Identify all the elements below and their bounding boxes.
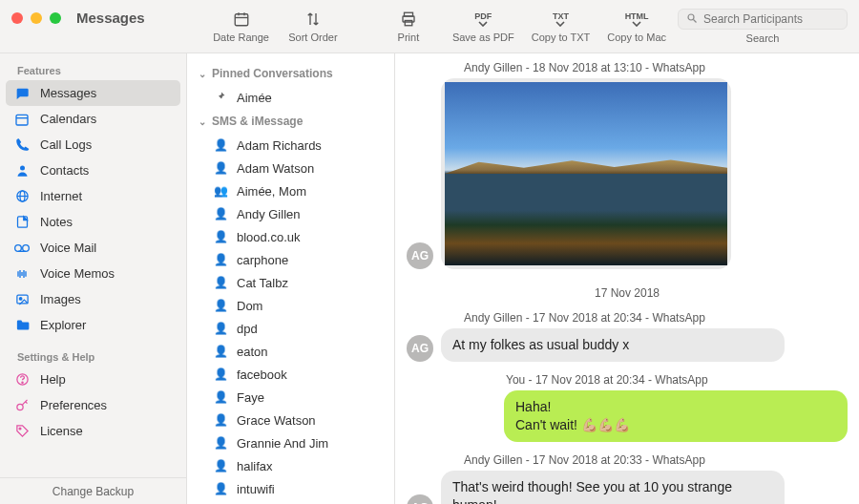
svg-point-29	[21, 382, 22, 383]
convo-item[interactable]: 👤Grace Watson	[187, 409, 394, 431]
convo-item-pinned[interactable]: Aimée	[187, 86, 394, 109]
people-icon: 👥	[214, 184, 227, 198]
convo-item[interactable]: 👤eaton	[187, 340, 394, 363]
pdf-dropdown-icon: PDF	[474, 10, 492, 29]
group-header-pinned[interactable]: ⌄ Pinned Conversations	[187, 61, 394, 86]
copy-html-button[interactable]: HTML Copy to Mac	[607, 10, 666, 43]
convo-item[interactable]: 👤blood.co.uk	[187, 225, 394, 248]
date-range-button[interactable]: Date Range	[213, 10, 269, 43]
search-input[interactable]	[703, 12, 839, 26]
sidebar-item-notes[interactable]: Notes	[0, 209, 186, 235]
sidebar-item-call-logs[interactable]: Call Logs	[0, 132, 186, 158]
printer-icon	[400, 10, 417, 29]
features-header: Features	[0, 61, 186, 80]
sidebar-item-explorer[interactable]: Explorer	[0, 312, 186, 338]
convo-item[interactable]: 👤Andy Gillen	[187, 202, 394, 225]
sidebar-item-voice-mail[interactable]: Voice Mail	[0, 235, 186, 261]
group-label: Pinned Conversations	[212, 67, 333, 80]
convo-item[interactable]: 👤Faye	[187, 386, 394, 409]
calendar-grid-icon	[233, 10, 250, 29]
settings-header: Settings & Help	[0, 347, 186, 367]
message-bubble[interactable]: That's weird though! See you at 10 you s…	[441, 471, 785, 504]
convo-label: dpd	[237, 322, 258, 336]
close-window-button[interactable]	[11, 12, 23, 24]
convo-item[interactable]: 👤Dom	[187, 294, 394, 317]
message-image-bubble[interactable]	[441, 78, 731, 269]
sidebar-item-help[interactable]: Help	[0, 367, 186, 392]
convo-item[interactable]: 👤Adam Richards	[187, 134, 394, 157]
zoom-window-button[interactable]	[50, 12, 61, 24]
message-bubble[interactable]: At my folkes as usual buddy x	[441, 328, 785, 362]
day-divider: 17 Nov 2018	[407, 286, 848, 300]
messages-pane[interactable]: Andy Gillen - 18 Nov 2018 at 13:10 - Wha…	[395, 53, 859, 504]
convo-label: Adam Richards	[237, 138, 322, 153]
person-icon: 👤	[214, 436, 227, 450]
convo-item[interactable]: 👤dpd	[187, 317, 394, 340]
print-button[interactable]: Print	[382, 10, 435, 43]
sidebar-item-messages[interactable]: Messages	[6, 80, 180, 106]
sidebar-item-internet[interactable]: Internet	[0, 183, 186, 209]
pin-icon	[214, 91, 227, 105]
minimize-window-button[interactable]	[31, 12, 42, 24]
phone-icon	[13, 137, 31, 153]
svg-point-11	[20, 166, 25, 171]
search-icon	[686, 12, 698, 27]
save-pdf-button[interactable]: PDF Save as PDF	[452, 10, 514, 43]
key-icon	[13, 398, 31, 413]
search-box[interactable]	[678, 9, 848, 30]
change-backup-button[interactable]: Change Backup	[0, 477, 186, 504]
message-bubble-outgoing[interactable]: Haha! Can't wait! 💪🏼💪🏼💪🏼	[504, 390, 848, 442]
sidebar-item-calendars[interactable]: Calendars	[0, 106, 186, 132]
sidebar-item-images[interactable]: Images	[0, 286, 186, 312]
convo-item[interactable]: 👥Aimée, Mom	[187, 179, 394, 202]
sidebar-item-label: Voice Memos	[40, 266, 115, 281]
person-icon: 👤	[214, 230, 227, 243]
waveform-icon	[13, 266, 31, 282]
convo-item[interactable]: 👤facebook	[187, 363, 394, 386]
convo-label: Faye	[237, 390, 264, 405]
svg-point-27	[19, 298, 22, 301]
copy-txt-button[interactable]: TXT Copy to TXT	[532, 10, 591, 43]
sort-arrows-icon	[304, 10, 322, 29]
convo-item[interactable]: 👤Adam Watson	[187, 157, 394, 179]
convo-label: Aimée, Mom	[237, 184, 306, 199]
person-icon: 👤	[214, 322, 227, 335]
calendar-icon	[13, 112, 31, 127]
convo-item[interactable]: 👤Mom	[187, 500, 394, 504]
sort-order-button[interactable]: Sort Order	[286, 10, 340, 43]
group-header-sms[interactable]: ⌄ SMS & iMessage	[187, 109, 394, 134]
sidebar-item-license[interactable]: License	[0, 418, 186, 444]
svg-rect-6	[405, 21, 412, 26]
convo-item[interactable]: 👤Cat Talbz	[187, 271, 394, 294]
svg-point-7	[688, 14, 694, 20]
convo-label: Adam Watson	[237, 161, 314, 176]
message-meta: You - 17 Nov 2018 at 20:34 - WhatsApp	[506, 373, 842, 387]
convo-item[interactable]: 👤halifax	[187, 454, 394, 477]
convo-item[interactable]: 👤Grannie And Jim	[187, 431, 394, 454]
sidebar-item-label: Help	[40, 372, 66, 387]
person-icon: 👤	[214, 345, 227, 358]
sidebar-item-label: Voice Mail	[40, 241, 96, 255]
person-icon: 👤	[214, 482, 227, 495]
sidebar-item-label: Explorer	[40, 318, 86, 332]
avatar: AG	[407, 335, 433, 362]
message-row: AG At my folkes as usual buddy x	[407, 328, 848, 362]
message-row: Haha! Can't wait! 💪🏼💪🏼💪🏼	[407, 390, 848, 442]
toolbar-group-left: Date Range Sort Order	[213, 10, 340, 43]
txt-dropdown-icon: TXT	[553, 10, 569, 29]
sidebar-item-voice-memos[interactable]: Voice Memos	[0, 261, 186, 286]
sidebar-item-label: Images	[40, 292, 81, 306]
sidebar-item-label: License	[40, 424, 83, 438]
message-row: AG That's weird though! See you at 10 yo…	[407, 471, 848, 504]
convo-item[interactable]: 👤intuwifi	[187, 477, 394, 500]
toolbar-group-right: Print PDF Save as PDF TXT Copy to TXT HT…	[382, 10, 666, 43]
toolbar-label: Sort Order	[288, 32, 337, 43]
sidebar-item-preferences[interactable]: Preferences	[0, 392, 186, 418]
toolbar-label: Print	[398, 32, 420, 43]
convo-label: facebook	[237, 368, 287, 382]
sidebar-item-contacts[interactable]: Contacts	[0, 158, 186, 183]
svg-rect-9	[16, 115, 28, 125]
globe-icon	[13, 189, 31, 204]
toolbar-label: Copy to Mac	[607, 32, 666, 43]
convo-item[interactable]: 👤carphone	[187, 248, 394, 271]
